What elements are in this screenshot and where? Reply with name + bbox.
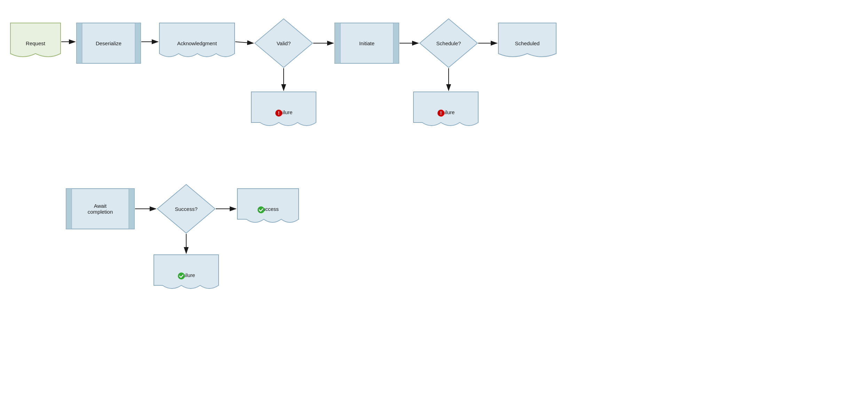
- failure-valid-node: ! Failure: [251, 91, 317, 133]
- success-q-node: Success?: [157, 184, 216, 234]
- svg-rect-26: [129, 189, 134, 229]
- deserialize-label: Deserialize: [96, 40, 121, 46]
- failure-schedule-label: ! Failure: [437, 109, 455, 115]
- request-label: Request: [26, 40, 45, 46]
- scheduled-label: Scheduled: [515, 40, 540, 46]
- svg-point-28: [258, 206, 265, 213]
- await-label: Await completion: [88, 203, 113, 215]
- valid-label: Valid?: [277, 40, 291, 46]
- failure-schedule-node: ! Failure: [413, 91, 479, 133]
- request-node: Request: [10, 22, 61, 64]
- valid-node: Valid?: [254, 18, 313, 68]
- success-q-label: Success?: [175, 206, 197, 212]
- failure-success-label: Failure: [177, 272, 195, 278]
- svg-rect-25: [66, 189, 72, 229]
- svg-rect-17: [335, 23, 340, 63]
- scheduled-node: Scheduled: [498, 22, 557, 64]
- schedule-label: Schedule?: [436, 40, 461, 46]
- diagram-container: Request Deserialize Acknowledgment Valid…: [0, 0, 868, 395]
- schedule-node: Schedule?: [419, 18, 478, 68]
- svg-text:!: !: [278, 110, 279, 116]
- initiate-label: Initiate: [359, 40, 374, 46]
- svg-rect-14: [135, 23, 141, 63]
- svg-text:!: !: [440, 110, 442, 116]
- svg-point-29: [178, 272, 185, 279]
- success-node: Success: [237, 188, 299, 230]
- svg-line-3: [235, 42, 253, 43]
- failure-success-node: Failure: [153, 254, 219, 296]
- deserialize-node: Deserialize: [76, 22, 141, 64]
- acknowledgment-node: Acknowledgment: [159, 22, 235, 64]
- initiate-node: Initiate: [334, 22, 400, 64]
- await-completion-node: Await completion: [65, 188, 135, 230]
- success-label: Success: [257, 206, 279, 212]
- acknowledgment-label: Acknowledgment: [177, 40, 217, 46]
- svg-rect-18: [393, 23, 399, 63]
- failure-valid-label: ! Failure: [275, 109, 293, 115]
- svg-rect-13: [77, 23, 82, 63]
